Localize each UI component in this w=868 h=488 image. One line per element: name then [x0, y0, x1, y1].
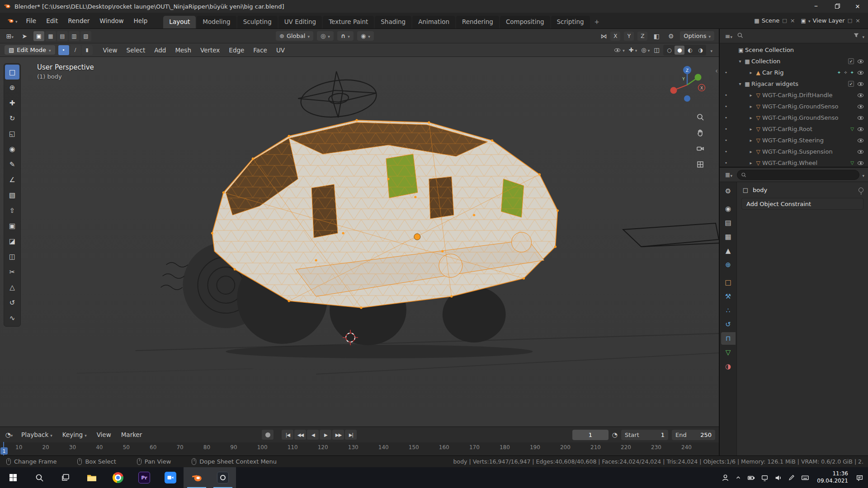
select-mode-button[interactable]: ▤ [57, 31, 68, 41]
outliner-row[interactable]: Scene Collection [720, 44, 868, 56]
select-mode-button[interactable]: ▣ [33, 31, 44, 41]
collection-checkbox[interactable] [848, 81, 854, 87]
volume-icon[interactable] [774, 474, 782, 482]
tool-button[interactable]: ✚ [5, 95, 19, 110]
outliner-row[interactable]: WGT-CarRig.GroundSenso [720, 101, 868, 112]
show-object-types-dropdown[interactable] [613, 47, 625, 54]
eye-icon[interactable] [857, 92, 864, 99]
snapping-dropdown[interactable] [337, 31, 354, 41]
chevron-down-icon[interactable] [862, 171, 864, 178]
tab-output[interactable]: ▤ [721, 216, 736, 229]
minimize-button[interactable] [806, 0, 826, 13]
tool-button[interactable]: ▧ [5, 188, 19, 202]
blender-menu-button[interactable] [5, 17, 20, 24]
disclosure-icon[interactable] [748, 138, 754, 143]
outliner-row[interactable]: WGT-CarRig.DriftHandle [720, 89, 868, 101]
tool-button[interactable]: △ [5, 280, 19, 295]
outliner-row[interactable]: WGT-CarRig.Root ▽ [720, 123, 868, 135]
outliner-item-label[interactable]: WGT-CarRig.Suspension [762, 148, 833, 155]
viewport-menu-item[interactable]: Face [250, 45, 271, 55]
view-layer-name[interactable]: View Layer [812, 17, 844, 24]
menu-item[interactable]: Render [64, 15, 94, 26]
tab-material[interactable]: ◑ [721, 360, 736, 373]
sidebar-collapse-arrow[interactable] [715, 67, 718, 75]
viewport-menu-item[interactable]: UV [273, 45, 288, 55]
auto-keying-toggle[interactable] [262, 430, 274, 440]
timeline-editor-type-button[interactable] [4, 429, 14, 440]
playback-button[interactable]: ◀ [307, 430, 319, 440]
properties-editor-type-button[interactable] [723, 169, 734, 180]
outliner-item-label[interactable]: Collection [751, 58, 780, 65]
playback-button[interactable]: ▶| [345, 430, 357, 440]
scene-name[interactable]: Scene [762, 17, 780, 24]
tool-button[interactable]: ✎ [5, 157, 19, 172]
video-app-button[interactable] [157, 467, 184, 488]
menu-item[interactable]: Help [130, 15, 152, 26]
outliner-row[interactable]: WGT-CarRig.Steering [720, 135, 868, 146]
tool-button[interactable]: ∿ [5, 310, 19, 325]
taskbar-search-button[interactable] [26, 467, 52, 488]
mirror-z-button[interactable]: Z [637, 32, 647, 41]
tab-scene[interactable]: ▲ [721, 244, 736, 257]
disclosure-icon[interactable] [748, 93, 754, 98]
gizmos-dropdown[interactable] [629, 47, 637, 53]
eye-icon[interactable] [857, 80, 864, 88]
action-center-icon[interactable] [856, 474, 863, 482]
current-frame-field[interactable]: 1 [572, 430, 609, 440]
properties-search-input[interactable] [737, 170, 859, 180]
mode-dropdown[interactable]: Edit Mode [5, 45, 55, 55]
tab-render[interactable]: ◉ [721, 202, 736, 215]
navigation-gizmo[interactable]: Z Y X [666, 64, 708, 107]
playhead-flag[interactable]: 1 [0, 447, 8, 455]
vertex-select-button[interactable]: ∙ [58, 45, 69, 55]
viewport-menu-item[interactable]: Edge [225, 45, 248, 55]
taskbar-clock[interactable]: 11:36 09.04.2021 [815, 470, 850, 484]
mirror-x-button[interactable]: X [610, 32, 620, 41]
menu-item[interactable]: Edit [42, 15, 62, 26]
tab-modifiers[interactable]: ⚒ [721, 290, 736, 303]
tool-button[interactable]: ⊕ [5, 80, 19, 95]
unlink-scene-button[interactable] [790, 17, 796, 24]
premiere-button[interactable]: Pr [131, 467, 157, 488]
view-menu[interactable]: View [94, 430, 114, 440]
blender-taskbar-button[interactable] [184, 467, 210, 488]
pen-icon[interactable] [788, 474, 795, 481]
outliner-item-label[interactable]: WGT-CarRig.Wheel [762, 160, 817, 166]
tool-button[interactable]: □ [5, 65, 19, 80]
chevron-up-icon[interactable] [735, 474, 741, 481]
tab-view-layer[interactable]: ▦ [721, 230, 736, 243]
add-object-constraint-button[interactable]: Add Object Constraint [741, 198, 863, 210]
tool-button[interactable]: ⇧ [5, 203, 19, 218]
workspace-tab[interactable]: Layout [163, 16, 196, 28]
disclosure-icon[interactable] [737, 59, 743, 64]
add-workspace-button[interactable]: + [591, 16, 603, 28]
tab-tool[interactable]: ⚙ [721, 185, 736, 197]
eye-icon[interactable] [857, 126, 864, 133]
outliner-item-label[interactable]: WGT-CarRig.Root [762, 126, 812, 132]
search-icon[interactable] [737, 32, 743, 40]
shading-dropdown-icon[interactable] [710, 47, 712, 54]
pivot-point-dropdown[interactable] [317, 31, 334, 41]
mirror-y-button[interactable]: Y [624, 32, 634, 41]
disclosure-icon[interactable] [748, 70, 754, 75]
task-view-button[interactable] [52, 467, 79, 488]
car-mesh[interactable] [211, 119, 559, 309]
outliner-row[interactable]: Collection [720, 56, 868, 67]
steering-widget[interactable] [298, 71, 378, 121]
view-layer-selector[interactable]: View Layer [798, 17, 863, 24]
select-mode-button[interactable]: ▦ [45, 31, 56, 41]
remove-view-layer-button[interactable] [855, 17, 861, 24]
end-frame-field[interactable]: End 250 [672, 430, 715, 440]
outliner-item-label[interactable]: WGT-CarRig.GroundSenso [762, 103, 838, 110]
outliner-row[interactable]: WGT-CarRig.Wheel ▽ [720, 157, 868, 167]
start-button[interactable] [0, 467, 26, 488]
tool-button[interactable]: ◱ [5, 126, 19, 141]
use-preview-range-icon[interactable] [612, 431, 618, 438]
tab-object[interactable]: □ [721, 276, 736, 289]
orthographic-toggle-icon[interactable] [695, 160, 705, 169]
new-view-layer-button[interactable] [847, 18, 853, 23]
eye-icon[interactable] [857, 58, 864, 65]
wireframe-shading-button[interactable]: ○ [664, 46, 674, 55]
viewport-menu-item[interactable]: Add [151, 45, 170, 55]
playback-button[interactable]: ▶▶ [332, 430, 344, 440]
